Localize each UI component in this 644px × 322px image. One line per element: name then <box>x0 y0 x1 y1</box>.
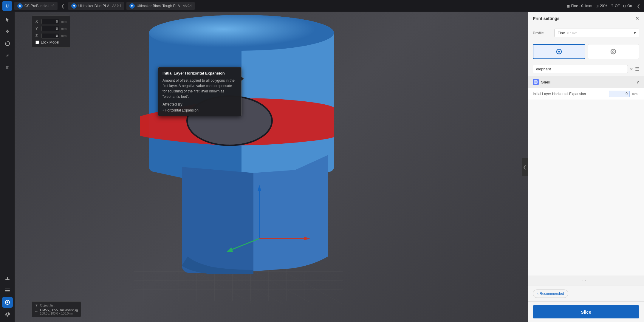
panel-bottom-area: ··· ‹ Recommended Slice <box>528 275 644 322</box>
adhesion-icon: ⊟ <box>623 4 626 8</box>
chevron-left-icon: ‹ <box>537 292 538 296</box>
object-size: 100.0 x 100.0 x 130.0 mm <box>40 312 78 315</box>
svg-text:✥: ✥ <box>6 29 9 34</box>
right-panel: Print settings ✕ Profile Fine 0.1mm ▾ <box>528 12 644 322</box>
mode-icon-2[interactable] <box>588 44 640 59</box>
panel-spacer <box>528 182 644 275</box>
app-logo[interactable]: U <box>2 1 12 11</box>
svg-point-39 <box>558 51 560 52</box>
svg-point-41 <box>612 51 614 52</box>
material-black-pla[interactable]: M Ultimaker Black Tough PLA AA 0.4 <box>126 2 195 10</box>
tooltip-description: Amount of offset applied to all polygons… <box>162 78 237 99</box>
shell-chevron: ∨ <box>636 80 639 84</box>
object-name: UM55_0055 Drill assist.jig <box>40 308 78 312</box>
initial-layer-expansion-row: Initial Layer Horizontal Expansion mm <box>528 88 644 100</box>
material-blue-label: Ultimaker Blue PLA <box>78 4 109 8</box>
support-setting[interactable]: ⤒ Off <box>611 4 620 8</box>
adhesion-setting[interactable]: ⊟ On <box>623 4 632 8</box>
slice-area: Slice <box>528 301 644 322</box>
viewport-nav-arrow-right[interactable]: ❮ <box>522 158 528 176</box>
svg-marker-0 <box>6 17 9 22</box>
panel-close-button[interactable]: ✕ <box>635 16 639 21</box>
material-icon-black: M <box>129 3 135 9</box>
profile-dropdown-arrow: ▾ <box>634 31 636 35</box>
toolbar-mirror[interactable]: ◫ <box>2 62 13 73</box>
toolbar-scale[interactable]: ⤢ <box>2 50 13 61</box>
profile-label: Profile <box>533 31 551 35</box>
tooltip-arrow-inner <box>241 76 244 81</box>
shell-section-header[interactable]: Shell ∨ <box>528 76 644 88</box>
svg-line-31 <box>283 271 343 304</box>
logo-letter: U <box>6 4 9 8</box>
nav-arrow-left[interactable]: ❮ <box>60 4 66 8</box>
svg-marker-2 <box>5 42 7 44</box>
infill-label: 20% <box>600 4 607 8</box>
toolbar-settings2[interactable] <box>2 309 13 320</box>
support-icon: ⤒ <box>611 4 614 8</box>
svg-text:◫: ◫ <box>6 65 9 69</box>
slice-button[interactable]: Slice <box>533 305 639 318</box>
object-list-header[interactable]: ▼ Object list <box>35 304 78 307</box>
svg-rect-9 <box>5 292 10 292</box>
object-list-title: Object list <box>40 304 54 307</box>
scene-svg <box>15 12 528 322</box>
initial-layer-expansion-label: Initial Layer Horizontal Expansion <box>533 92 606 96</box>
toolbar-support[interactable] <box>2 273 13 284</box>
recommended-label: Recommended <box>540 292 564 296</box>
model-cs-label: CS-ProBundle-Left <box>24 4 55 8</box>
left-toolbar: ✥ ⤢ ◫ <box>0 12 15 322</box>
material-blue-pla[interactable]: M Ultimaker Blue PLA AA 0.4 <box>68 2 124 10</box>
viewport-3d[interactable]: X mm Y mm Z mm Lock Model <box>15 12 528 322</box>
toolbar-select[interactable] <box>2 14 13 25</box>
object-list-panel: ▼ Object list ✏ UM55_0055 Drill assist.j… <box>32 301 81 317</box>
topbar-right: ▦ Fine - 0.1mm ⊞ 20% ⤒ Off ⊟ On ❮ <box>566 4 642 8</box>
profile-row: Profile Fine 0.1mm ▾ <box>528 25 644 41</box>
expand-dots[interactable]: ··· <box>528 275 644 286</box>
svg-text:⤢: ⤢ <box>6 53 9 58</box>
infill-icon: ⊞ <box>596 4 599 8</box>
topbar-collapse[interactable]: ❮ <box>636 4 642 8</box>
collapse-icon: ▼ <box>35 304 38 307</box>
infill-setting[interactable]: ⊞ 20% <box>596 4 607 8</box>
svg-point-11 <box>7 301 8 303</box>
cylinder-top <box>149 15 334 51</box>
recommended-button[interactable]: ‹ Recommended <box>533 290 568 298</box>
tooltip-affected-item-1: • Horizontal Expansion <box>162 108 237 112</box>
material-icon-blue: M <box>71 3 77 9</box>
toolbar-move[interactable]: ✥ <box>2 26 13 37</box>
svg-rect-43 <box>535 81 537 83</box>
lower-body <box>182 167 253 274</box>
quality-setting[interactable]: ▦ Fine - 0.1mm <box>566 4 592 8</box>
panel-content: Initial Layer Horizontal Expansion mm <box>528 88 644 182</box>
profile-sub: 0.1mm <box>567 31 578 35</box>
quality-icon: ▦ <box>566 4 570 8</box>
shell-section-title: Shell <box>541 80 550 84</box>
edit-icon: ✏ <box>35 310 38 314</box>
search-row: ✕ ☰ <box>528 62 644 76</box>
mode-icon-1[interactable] <box>533 44 585 59</box>
toolbar-monitor[interactable] <box>2 297 13 308</box>
search-menu-button[interactable]: ☰ <box>635 66 639 72</box>
initial-layer-expansion-unit: mm <box>632 92 639 96</box>
search-input[interactable] <box>533 65 628 73</box>
mode-icons-row <box>528 41 644 62</box>
profile-select[interactable]: Fine 0.1mm ▾ <box>554 29 639 37</box>
search-clear-button[interactable]: ✕ <box>630 67 633 72</box>
toolbar-layers[interactable] <box>2 285 13 296</box>
shell-icon <box>533 79 539 85</box>
model-cs-probundle[interactable]: C CS-ProBundle-Left <box>14 2 58 10</box>
material-icon-cs: C <box>17 3 23 9</box>
panel-bottom: ‹ Recommended <box>528 286 644 301</box>
svg-rect-8 <box>5 290 10 291</box>
adhesion-label: On <box>627 4 632 8</box>
tooltip-affected-label: Affected By <box>162 102 237 106</box>
profile-value: Fine <box>558 31 565 35</box>
tooltip-title: Initial Layer Horizontal Expansion <box>162 71 237 75</box>
tooltip: Initial Layer Horizontal Expansion Amoun… <box>158 67 242 116</box>
svg-line-28 <box>194 271 253 304</box>
toolbar-rotate[interactable] <box>2 38 13 49</box>
main-area: ✥ ⤢ ◫ <box>0 12 644 322</box>
lower-body-right <box>253 155 328 271</box>
initial-layer-expansion-input[interactable] <box>609 91 630 97</box>
panel-header: Print settings ✕ <box>528 12 644 25</box>
